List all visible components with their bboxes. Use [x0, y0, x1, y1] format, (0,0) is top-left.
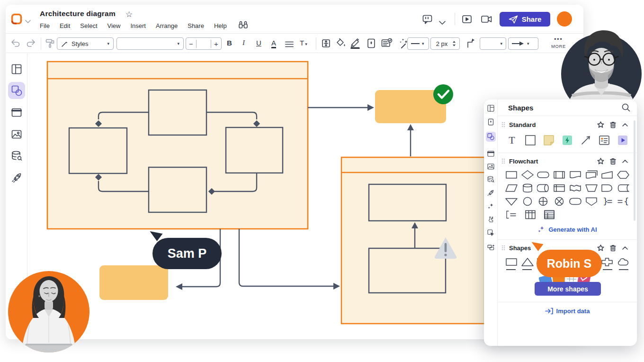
fill-color-icon[interactable]: [336, 38, 346, 50]
share-button[interactable]: Share: [500, 12, 550, 27]
drag-handle-icon[interactable]: [501, 158, 505, 164]
favorite-star-icon[interactable]: [596, 158, 605, 164]
import-data-link[interactable]: Import data: [498, 302, 637, 319]
images-rail-icon[interactable]: [486, 162, 496, 172]
document-title[interactable]: Architecture diagram: [40, 9, 116, 18]
process-box[interactable]: [149, 167, 206, 212]
favorite-star-icon[interactable]: ☆: [125, 9, 133, 19]
trash-icon[interactable]: [608, 244, 617, 252]
shape-line[interactable]: [580, 135, 591, 146]
gold-node[interactable]: [99, 265, 168, 300]
menu-arrange[interactable]: Arrange: [156, 22, 178, 29]
shapes-rail-icon-selected[interactable]: [486, 132, 496, 142]
marketplace-rocket-icon[interactable]: [11, 172, 22, 183]
styles-dropdown[interactable]: Styles ▾: [57, 37, 114, 50]
shape-column-table[interactable]: [524, 210, 537, 219]
shape-rectangle[interactable]: [525, 135, 536, 146]
shape-braces[interactable]: {: [617, 197, 629, 206]
menu-share[interactable]: Share: [188, 22, 204, 29]
collapse-chevron-icon[interactable]: [621, 246, 629, 250]
interactive-cursor-icon[interactable]: [486, 228, 496, 238]
shape-summing-junction[interactable]: [537, 197, 549, 206]
connector-type-icon[interactable]: [466, 38, 475, 50]
containers-rail-icon[interactable]: [486, 243, 496, 253]
plus-icon[interactable]: +: [211, 40, 221, 48]
shape-data[interactable]: [505, 183, 518, 193]
drag-handle-icon[interactable]: [501, 245, 505, 251]
drag-handle-icon[interactable]: [501, 122, 505, 127]
menu-insert[interactable]: Insert: [130, 22, 146, 29]
font-dropdown[interactable]: ▾: [116, 37, 184, 50]
collapse-chevron-icon[interactable]: [621, 160, 629, 163]
styles-ink-icon[interactable]: [486, 117, 496, 127]
menu-file[interactable]: File: [40, 22, 50, 29]
panel-scrollbar[interactable]: [634, 120, 635, 221]
shape-rectangle[interactable]: [505, 257, 518, 267]
shape-connector[interactable]: [521, 197, 534, 206]
text-color-icon[interactable]: A: [271, 39, 276, 48]
shape-brace-right[interactable]: }: [601, 197, 613, 206]
undo-icon[interactable]: [10, 39, 21, 49]
images-icon[interactable]: [11, 128, 22, 140]
shape-predefined-process[interactable]: [553, 170, 565, 180]
frames-rail-icon[interactable]: [486, 149, 496, 159]
find-binoculars-icon[interactable]: [239, 21, 248, 30]
frames-icon[interactable]: [11, 107, 22, 118]
format-painter-icon[interactable]: [45, 38, 55, 50]
minus-icon[interactable]: −: [186, 40, 197, 48]
redo-icon[interactable]: [26, 39, 36, 49]
bold-icon[interactable]: B: [227, 39, 232, 47]
text-align-icon[interactable]: [285, 41, 294, 49]
more-shapes-button[interactable]: More shapes: [535, 282, 601, 296]
shapes-icon[interactable]: [11, 85, 22, 96]
magic-rail-icon[interactable]: [486, 201, 496, 211]
connector-style-dropdown[interactable]: ▾: [480, 37, 506, 50]
line-style-dropdown[interactable]: ▾: [407, 37, 429, 50]
shape-feature-list[interactable]: [599, 135, 610, 146]
shape-smart[interactable]: [562, 135, 573, 146]
process-box[interactable]: [69, 128, 127, 173]
favorite-star-icon[interactable]: [596, 121, 605, 128]
logo-chevron-down-icon[interactable]: [25, 17, 31, 26]
trash-icon[interactable]: [608, 158, 617, 165]
chevron-down-icon[interactable]: [439, 18, 446, 27]
container-b[interactable]: [341, 157, 484, 324]
process-box[interactable]: [149, 90, 206, 135]
process-box[interactable]: [369, 248, 446, 293]
menu-select[interactable]: Select: [80, 22, 97, 29]
menu-view[interactable]: View: [107, 22, 121, 29]
process-box[interactable]: [369, 184, 446, 221]
italic-icon[interactable]: I: [242, 39, 245, 47]
shape-delay[interactable]: [601, 183, 613, 193]
shape-bracket-left[interactable]: [505, 210, 518, 219]
shape-manual-operation[interactable]: [585, 183, 598, 193]
data-linking-icon[interactable]: [11, 150, 22, 162]
shape-off-page-connector[interactable]: [585, 197, 598, 206]
shape-direct-access-storage[interactable]: [537, 183, 549, 193]
assign-task-icon[interactable]: [381, 38, 393, 50]
trash-icon[interactable]: [608, 121, 617, 128]
plugins-puzzle-icon[interactable]: [486, 215, 496, 225]
menu-edit[interactable]: Edit: [60, 22, 70, 29]
shape-decision[interactable]: [521, 170, 534, 180]
selection-settings-icon[interactable]: [321, 38, 331, 50]
shape-cloud[interactable]: [617, 257, 629, 267]
shape-embed[interactable]: [617, 135, 628, 146]
magic-wand-icon[interactable]: [398, 38, 408, 50]
templates-icon[interactable]: [11, 63, 22, 75]
shape-manual-input[interactable]: [601, 170, 613, 180]
lucid-logo-icon[interactable]: [10, 13, 23, 27]
connector[interactable]: [239, 229, 335, 286]
shape-stored-data[interactable]: [617, 183, 629, 193]
shape-sticky-note[interactable]: [543, 135, 555, 146]
shape-database[interactable]: [521, 183, 534, 193]
rocket-rail-icon[interactable]: [486, 188, 496, 198]
shape-or[interactable]: [553, 197, 565, 206]
shape-process[interactable]: [505, 170, 518, 180]
shadow-icon[interactable]: [367, 38, 376, 50]
video-camera-icon[interactable]: [481, 16, 492, 25]
shape-text[interactable]: T: [506, 135, 518, 146]
present-icon[interactable]: [462, 15, 472, 25]
shape-internal-storage[interactable]: [553, 183, 565, 193]
arrowhead-dropdown[interactable]: ▾: [508, 37, 538, 50]
